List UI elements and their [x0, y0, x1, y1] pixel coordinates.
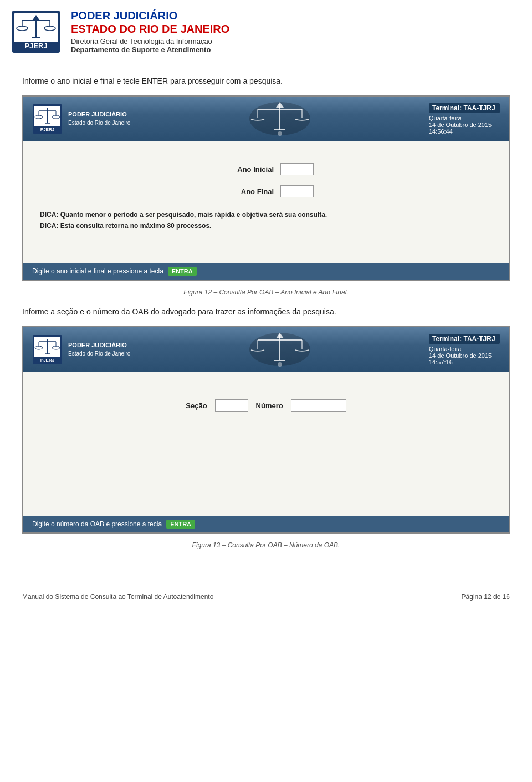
terminal-box-2: PJERJ PODER JUDICIÁRIO Estado do Rio de … — [22, 326, 510, 534]
terminal-logo-icon-2: PJERJ — [32, 334, 63, 365]
terminal-footer-1: Digite o ano inicial e final e pressione… — [23, 263, 509, 280]
page-header: PJERJ PODER JUDICIÁRIO ESTADO DO RIO DE … — [0, 0, 532, 63]
ano-inicial-label: Ano Inicial — [218, 165, 274, 174]
ano-final-row: Ano Final — [40, 185, 492, 197]
numero-label: Número — [256, 402, 283, 410]
numero-input[interactable] — [291, 399, 346, 412]
footer-right-text: Página 12 de 16 — [462, 593, 510, 601]
entra-button-2[interactable]: ENTRA — [166, 520, 195, 529]
header-title-main: PODER JUDICIÁRIO — [71, 9, 229, 22]
page-footer: Manual do Sistema de Consulta ao Termina… — [0, 585, 532, 608]
terminal-body-2: Seção Número — [23, 372, 509, 516]
terminal-logo-icon-1: PJERJ — [32, 104, 63, 134]
ano-final-input[interactable] — [280, 185, 314, 197]
terminal-date-line1-2: Quarta-feira — [429, 346, 500, 352]
pjerj-logo: PJERJ — [11, 9, 61, 54]
figura2-caption: Figura 13 – Consulta Por OAB – Número da… — [22, 541, 510, 549]
footer-left-text: Manual do Sistema de Consulta ao Termina… — [22, 593, 213, 601]
terminal-time-1: 14:56:44 — [429, 128, 500, 135]
terminal-info-area-1: Terminal: TAA-TJRJ Quarta-feira 14 de Ou… — [420, 97, 509, 141]
svg-text:PJERJ: PJERJ — [40, 127, 54, 132]
terminal-footer-text-1: Digite o ano inicial e final e pressione… — [32, 267, 163, 275]
ano-inicial-input[interactable] — [280, 163, 314, 175]
secao-input[interactable] — [215, 399, 248, 412]
svg-point-49 — [278, 362, 282, 367]
header-subtitle2: Departamento de Suporte e Atendimento — [71, 45, 229, 54]
header-title-state: ESTADO DO RIO DE JANEIRO — [71, 22, 229, 35]
terminal-header-1: PJERJ PODER JUDICIÁRIO Estado do Rio de … — [23, 97, 509, 141]
svg-point-30 — [278, 131, 282, 136]
figura1-caption: Figura 12 – Consulta Por OAB – Ano Inici… — [22, 288, 510, 296]
terminal-date-line2-2: 14 de Outubro de 2015 — [429, 352, 500, 359]
oab-form-row: Seção Número — [40, 399, 492, 412]
svg-text:PJERJ: PJERJ — [24, 42, 47, 50]
terminal-footer-text-2: Digite o número da OAB e pressione a tec… — [32, 520, 162, 528]
ano-inicial-row: Ano Inicial — [40, 163, 492, 175]
terminal-header-2: PJERJ PODER JUDICIÁRIO Estado do Rio de … — [23, 327, 509, 372]
entra-button-1[interactable]: ENTRA — [168, 267, 197, 276]
terminal-logo-area-2: PJERJ PODER JUDICIÁRIO Estado do Rio de … — [23, 327, 139, 372]
terminal-date-line2-1: 14 de Outubro de 2015 — [429, 121, 500, 128]
section-text: Informe a seção e o número da OAB do adv… — [22, 307, 510, 316]
terminal-title-badge-2: Terminal: TAA-TJRJ — [429, 334, 500, 344]
terminal-body-1: Ano Inicial Ano Final DICA: Quanto menor… — [23, 141, 509, 263]
header-subtitle1: Diretoria Geral de Tecnologia da Informa… — [71, 37, 229, 45]
terminal-logo-text-1: PODER JUDICIÁRIO Estado do Rio de Janeir… — [68, 110, 130, 126]
terminal-scales-area-1 — [139, 97, 420, 141]
dica-block-1: DICA: Quanto menor o período a ser pesqu… — [40, 211, 492, 230]
header-text: PODER JUDICIÁRIO ESTADO DO RIO DE JANEIR… — [71, 9, 229, 54]
terminal-box-1: PJERJ PODER JUDICIÁRIO Estado do Rio de … — [22, 95, 510, 281]
svg-text:PJERJ: PJERJ — [40, 358, 54, 363]
justice-scales-icon-2 — [247, 330, 313, 369]
terminal-logo-area-1: PJERJ PODER JUDICIÁRIO Estado do Rio de … — [23, 97, 139, 141]
secao-label: Seção — [186, 402, 207, 410]
dica-line-1: DICA: Quanto menor o período a ser pesqu… — [40, 211, 492, 219]
page-content: Informe o ano inicial e final e tecle EN… — [0, 63, 532, 573]
terminal-logo-text-2: PODER JUDICIÁRIO Estado do Rio de Janeir… — [68, 341, 130, 357]
terminal-info-area-2: Terminal: TAA-TJRJ Quarta-feira 14 de Ou… — [420, 327, 509, 372]
terminal-date-line1-1: Quarta-feira — [429, 115, 500, 121]
terminal-scales-area-2 — [139, 327, 420, 372]
terminal-title-badge-1: Terminal: TAA-TJRJ — [429, 103, 500, 113]
ano-final-label: Ano Final — [218, 187, 274, 196]
justice-scales-icon-1 — [247, 99, 313, 138]
intro-text: Informe o ano inicial e final e tecle EN… — [22, 77, 510, 85]
dica-line-2: DICA: Esta consulta retorna no máximo 80… — [40, 222, 492, 230]
terminal-time-2: 14:57:16 — [429, 359, 500, 365]
terminal-footer-2: Digite o número da OAB e pressione a tec… — [23, 516, 509, 532]
